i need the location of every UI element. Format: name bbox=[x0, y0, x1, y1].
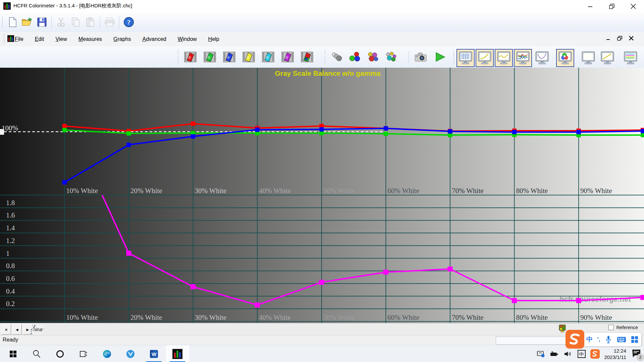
x-label-bottom: 90% White bbox=[580, 313, 612, 321]
reference-checkbox[interactable] bbox=[608, 325, 614, 330]
mdi-restore-button[interactable] bbox=[616, 35, 624, 42]
toolbar-grip[interactable] bbox=[2, 16, 3, 28]
tab-nav-close-button[interactable]: × bbox=[1, 324, 11, 335]
graph-tabs: MeasuresGammaCIE DiagramRGB LevelsLumina… bbox=[28, 324, 32, 335]
play-button[interactable] bbox=[430, 49, 450, 65]
tray-tablet-pen-icon[interactable] bbox=[537, 350, 545, 358]
view-measures-grid-button[interactable] bbox=[457, 49, 475, 67]
hcfr-document-icon bbox=[7, 35, 14, 42]
cut-button bbox=[54, 15, 68, 29]
toolbar-grip[interactable] bbox=[177, 50, 179, 64]
tray-sogou-tray-icon[interactable] bbox=[590, 349, 600, 359]
taskbar-start-button[interactable] bbox=[1, 345, 25, 362]
taskbar-search-button[interactable] bbox=[25, 345, 48, 362]
paste-button bbox=[83, 15, 98, 29]
taskbar: W 中12:242023/1/112 bbox=[0, 345, 644, 362]
view-cie-diagram-button[interactable] bbox=[556, 49, 574, 67]
taskbar-voov-button[interactable] bbox=[119, 345, 142, 362]
camera-button[interactable] bbox=[411, 49, 430, 65]
continuous-balls-button[interactable] bbox=[382, 49, 400, 65]
menu-help[interactable]: Help bbox=[208, 34, 219, 44]
toolbar-separator bbox=[100, 16, 100, 28]
measure-buttons-group bbox=[176, 49, 317, 65]
taskbar-cortana-button[interactable] bbox=[48, 345, 72, 362]
measure-magenta-button[interactable] bbox=[278, 49, 298, 65]
mdi-minimize-button[interactable] bbox=[604, 35, 612, 42]
x-label-bottom: 10% White bbox=[66, 313, 98, 321]
view-gamma-avg-button[interactable] bbox=[495, 49, 513, 67]
taskbar-word-button[interactable]: W bbox=[142, 345, 166, 362]
menu-edit[interactable]: Edit bbox=[35, 34, 44, 44]
grayscale-balls-button[interactable] bbox=[328, 49, 346, 65]
sogou-logo-icon[interactable] bbox=[566, 330, 584, 349]
view-color-temp-button[interactable] bbox=[579, 49, 597, 67]
sogou-items: 中’, bbox=[586, 333, 639, 346]
save-file-button[interactable] bbox=[35, 15, 49, 29]
menu-view[interactable]: View bbox=[55, 34, 67, 44]
x-label-mid: 20% White bbox=[130, 187, 162, 195]
maximize-window-button[interactable] bbox=[601, 0, 623, 12]
ime-chinese-mode[interactable]: 中 bbox=[586, 335, 593, 344]
notification-center-button[interactable]: 2 bbox=[631, 348, 642, 360]
taskbar-tray: 中12:242023/1/112 bbox=[537, 345, 642, 362]
minimize-window-button[interactable] bbox=[580, 0, 601, 12]
taskbar-edge-button[interactable] bbox=[95, 345, 119, 362]
tab-nav-prev-button[interactable]: ◄ bbox=[12, 324, 22, 335]
tray-ime-indicator-icon[interactable]: 中 bbox=[577, 350, 586, 358]
ime-punctuation[interactable]: ’, bbox=[597, 336, 600, 343]
x-label-mid: 10% White bbox=[66, 187, 98, 195]
ime-toolbox-icon[interactable] bbox=[631, 336, 639, 344]
measure-yellow-button[interactable] bbox=[239, 49, 259, 65]
x-label-mid: 50% White bbox=[323, 187, 355, 195]
ime-mic-icon[interactable] bbox=[604, 335, 612, 344]
x-label-mid: 70% White bbox=[452, 187, 484, 195]
measure-green-button[interactable] bbox=[200, 49, 220, 65]
color-balls-button[interactable] bbox=[364, 49, 382, 65]
toolbar-grip[interactable] bbox=[3, 34, 5, 44]
taskbar-hcfr-button[interactable] bbox=[166, 345, 189, 362]
measure-primaries-button[interactable] bbox=[298, 49, 317, 65]
screen: HCFR Colorimeter - 3.5.1.4 - [电影HDR校准灰阶.… bbox=[0, 0, 644, 362]
sensor-buttons-group bbox=[323, 49, 400, 65]
taskbar-task-view-button[interactable] bbox=[72, 345, 95, 362]
clock-date: 2023/1/11 bbox=[604, 354, 626, 360]
reference-label: Reference bbox=[616, 325, 638, 330]
toolbar-separator bbox=[51, 16, 52, 28]
view-gamma-curve-button[interactable] bbox=[476, 49, 494, 67]
title-bar: HCFR Colorimeter - 3.5.1.4 - [电影HDR校准灰阶.… bbox=[0, 0, 644, 13]
notification-badge: 2 bbox=[637, 354, 644, 361]
x-label-bottom: 60% White bbox=[387, 313, 419, 321]
delta-y-tick: 0.4 bbox=[6, 287, 15, 295]
menu-file[interactable]: File bbox=[15, 34, 23, 44]
rgb-balls-button[interactable] bbox=[346, 49, 364, 65]
tray-battery-icon[interactable] bbox=[550, 350, 559, 358]
ime-keyboard-icon[interactable] bbox=[617, 336, 626, 343]
view-satluma-button[interactable] bbox=[622, 49, 640, 67]
mdi-close-button[interactable] bbox=[627, 35, 635, 42]
view-luminance-button[interactable] bbox=[533, 49, 551, 67]
menu-advanced[interactable]: Advanced bbox=[143, 34, 166, 44]
menu-graphs[interactable]: Graphs bbox=[113, 34, 131, 44]
status-bar: Ready bbox=[0, 335, 644, 345]
measure-red-button[interactable] bbox=[181, 49, 200, 65]
status-text: Ready bbox=[3, 337, 18, 343]
view-toggle-group bbox=[451, 49, 641, 67]
x-label-bottom: 50% White bbox=[323, 313, 355, 321]
menu-window[interactable]: Window bbox=[178, 34, 197, 44]
view-rgb-levels-button[interactable] bbox=[514, 49, 532, 67]
open-file-button[interactable] bbox=[20, 15, 35, 29]
taskbar-apps: W bbox=[1, 345, 189, 362]
close-window-button[interactable] bbox=[623, 0, 644, 12]
tray-speaker-icon[interactable] bbox=[564, 350, 573, 358]
toolbar-grip[interactable] bbox=[453, 51, 454, 65]
new-file-button[interactable] bbox=[5, 15, 20, 29]
x-label-bottom: 20% White bbox=[130, 313, 162, 321]
taskbar-clock[interactable]: 12:242023/1/11 bbox=[604, 348, 626, 360]
measure-blue-button[interactable] bbox=[220, 49, 239, 65]
clock-time: 12:24 bbox=[604, 348, 626, 354]
measure-cyan-button[interactable] bbox=[259, 49, 278, 65]
view-contrast-button[interactable] bbox=[598, 49, 616, 67]
help-button[interactable]: ? bbox=[121, 15, 136, 29]
toolbar-grip[interactable] bbox=[324, 50, 326, 64]
menu-measures[interactable]: Measures bbox=[78, 34, 102, 44]
